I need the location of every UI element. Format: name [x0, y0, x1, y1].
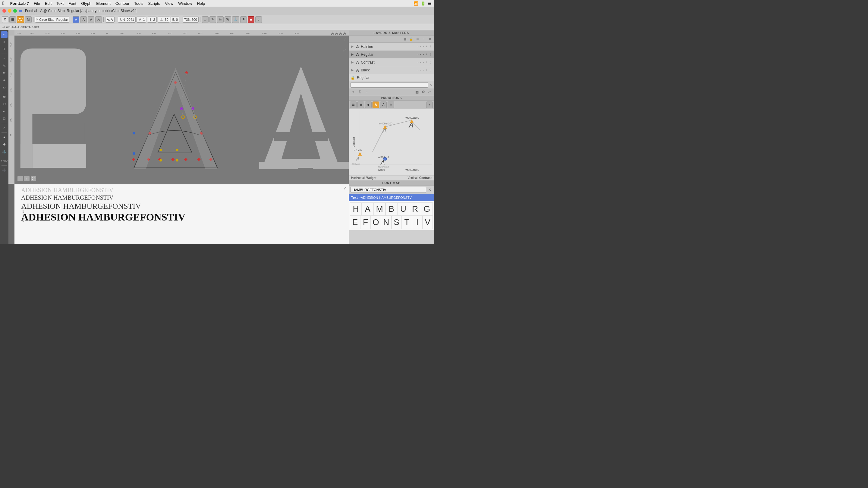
- fontmap-cell-E[interactable]: E: [350, 216, 360, 229]
- color-btn[interactable]: ■: [248, 16, 254, 23]
- more-btn[interactable]: ⋮: [255, 16, 262, 23]
- layer-regular[interactable]: ▶ A Regular • • • + ⋮: [349, 51, 434, 59]
- fontmap-cell-G[interactable]: G: [421, 202, 433, 216]
- pencil-tool[interactable]: ✏: [1, 70, 7, 76]
- layer-b-more[interactable]: ⋮: [429, 68, 432, 72]
- fontmap-clear-btn[interactable]: ✕: [427, 187, 432, 192]
- layer-c-add[interactable]: +: [426, 61, 427, 64]
- brush-tool[interactable]: ✒: [1, 77, 7, 84]
- menu-edit[interactable]: Edit: [42, 1, 54, 6]
- menu-font[interactable]: Font: [66, 1, 79, 6]
- fontmap-cell-V[interactable]: V: [423, 216, 433, 229]
- menu-text[interactable]: Text: [54, 1, 66, 6]
- copy-layer-btn[interactable]: ⎘: [357, 89, 363, 95]
- layer-hairline[interactable]: ▶ A Hairline • • • + ⋮: [349, 43, 434, 51]
- fontmap-cell-A[interactable]: A: [362, 202, 373, 216]
- maximize-button[interactable]: [13, 9, 17, 13]
- width-field[interactable]: Å 1: [136, 17, 146, 23]
- layer-black[interactable]: ▶ A Black • • • + ⋮: [349, 66, 434, 74]
- settings-view-btn[interactable]: ⚙: [421, 89, 426, 95]
- layers-gear-btn[interactable]: ⚙: [415, 36, 420, 42]
- layer-c-more[interactable]: ⋮: [429, 61, 432, 64]
- transform-tool[interactable]: ⊕: [1, 93, 7, 100]
- var-add-btn[interactable]: +: [426, 101, 433, 108]
- menu-contour[interactable]: Contour: [113, 1, 132, 6]
- add-layer-btn[interactable]: +: [350, 89, 356, 95]
- font-field[interactable]: F Circe Slab: Regular: [35, 17, 69, 23]
- coords-field[interactable]: 5, 0: [171, 17, 179, 23]
- menu-fontlab[interactable]: FontLab 7: [8, 1, 31, 6]
- node-tool[interactable]: ○: [1, 38, 7, 45]
- layer-add-icon[interactable]: +: [426, 45, 427, 48]
- select-tool-btn[interactable]: ⚙: [2, 16, 8, 23]
- var-a-btn[interactable]: A: [373, 101, 379, 108]
- layers-close-btn[interactable]: ✕: [427, 36, 433, 42]
- knife-tool[interactable]: ✂: [1, 101, 7, 107]
- zoom-in-btn[interactable]: +: [24, 176, 30, 181]
- layer-add-input[interactable]: [350, 82, 428, 88]
- close-button[interactable]: [2, 9, 6, 13]
- mask-btn[interactable]: ☠: [217, 16, 224, 23]
- kerning-btn[interactable]: AV: [17, 16, 24, 23]
- layers-view-btn[interactable]: ▦: [402, 36, 407, 42]
- canvas-expand-btn[interactable]: ⤢: [343, 37, 347, 41]
- pointer-tool[interactable]: ↖: [1, 31, 7, 38]
- script-a-btn[interactable]: A: [95, 16, 102, 23]
- text-tool[interactable]: T: [1, 46, 7, 53]
- fontmap-cell-I[interactable]: I: [412, 216, 422, 229]
- layer-r-add[interactable]: +: [426, 53, 427, 56]
- layer-regular-sub[interactable]: 🔒 Regular: [349, 74, 434, 82]
- var-aa-btn[interactable]: A: [380, 101, 387, 108]
- unicode-field[interactable]: UN 0041: [118, 17, 135, 23]
- snap-tool[interactable]: ●: [1, 134, 7, 140]
- var-table-btn[interactable]: ▦: [358, 101, 364, 108]
- add-glyph-btn[interactable]: ➕: [1, 167, 7, 173]
- uppercase-a-btn2[interactable]: A: [80, 16, 87, 23]
- preview-btn[interactable]: PREV: [1, 158, 7, 164]
- var-list-btn[interactable]: ☰: [350, 101, 356, 108]
- height-field[interactable]: ∥ 2: [147, 17, 156, 23]
- add-node-tool[interactable]: ◦: [1, 55, 7, 62]
- minimize-button[interactable]: [8, 9, 11, 13]
- measure-tool[interactable]: ↔: [1, 108, 7, 115]
- menu-window[interactable]: Window: [176, 1, 194, 6]
- zoom-fit-btn[interactable]: ⛶: [31, 176, 36, 181]
- var-refresh-btn[interactable]: ↻: [388, 101, 394, 108]
- uppercase-A-btn[interactable]: A: [73, 16, 79, 23]
- layers-settings-btn[interactable]: ⋮: [421, 36, 427, 42]
- remove-layer-btn[interactable]: −: [364, 89, 369, 95]
- zoom-tool[interactable]: ⌕: [1, 124, 7, 131]
- zoom-out-btn[interactable]: −: [18, 176, 23, 181]
- menu-scripts[interactable]: Scripts: [146, 1, 162, 6]
- menu-view[interactable]: View: [162, 1, 176, 6]
- position-field[interactable]: 736, 700: [183, 17, 198, 23]
- fontmap-cell-O[interactable]: O: [371, 216, 381, 229]
- anchor-btn[interactable]: ⚓: [232, 16, 239, 23]
- pen-tool[interactable]: ✎: [1, 62, 7, 69]
- layer-add-close[interactable]: ✕: [429, 83, 432, 87]
- fontmap-cell-N[interactable]: N: [381, 216, 391, 229]
- fontmap-cell-B[interactable]: B: [385, 202, 397, 216]
- pen-btn[interactable]: ✎: [210, 16, 216, 23]
- fontmap-cell-H[interactable]: H: [350, 202, 362, 216]
- component-btn[interactable]: ⌘: [224, 16, 231, 23]
- fontmap-input[interactable]: [350, 187, 426, 193]
- fontmap-cell-S[interactable]: S: [392, 216, 402, 229]
- layers-lock-btn[interactable]: 🔒: [408, 36, 414, 42]
- anchor-tool[interactable]: ⚓: [1, 148, 7, 155]
- menu-help[interactable]: Help: [194, 1, 207, 6]
- glyph-grid-btn[interactable]: ▦: [9, 16, 16, 23]
- fontmap-cell-T[interactable]: T: [402, 216, 412, 229]
- layer-more-icon[interactable]: ⋮: [429, 45, 432, 48]
- fill-btn[interactable]: □: [202, 16, 209, 23]
- preview-expand-btn[interactable]: ⤢: [343, 186, 347, 190]
- fontmap-cell-M[interactable]: M: [374, 202, 385, 216]
- fontmap-cell-U[interactable]: U: [397, 202, 409, 216]
- menu-element[interactable]: Element: [94, 1, 113, 6]
- guide-tool[interactable]: ⊕: [1, 141, 7, 148]
- metrics-btn[interactable]: M: [25, 16, 32, 23]
- layer-r-more[interactable]: ⋮: [429, 53, 432, 56]
- layer-b-add[interactable]: +: [426, 68, 427, 72]
- flag-btn[interactable]: ⚑: [240, 16, 247, 23]
- shapes-tool[interactable]: □: [1, 115, 7, 122]
